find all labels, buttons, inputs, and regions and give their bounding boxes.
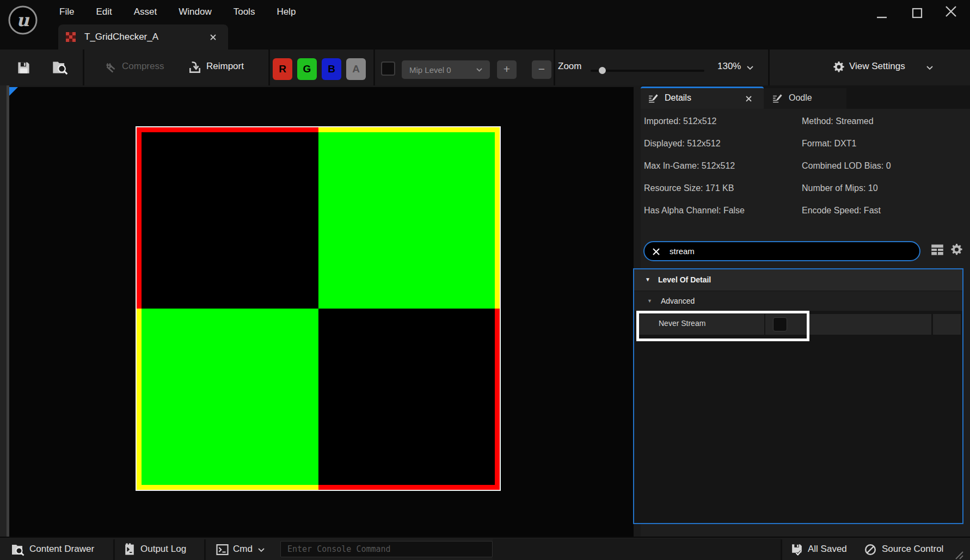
source-control-button[interactable]: Source Control — [882, 544, 943, 555]
info-format: Format: DXT1 — [802, 139, 856, 149]
info-displayed: Displayed: 512x512 — [644, 139, 721, 149]
oodle-tab-label: Oodle — [789, 93, 812, 103]
all-saved-status[interactable]: All Saved — [808, 544, 847, 555]
content-drawer-button[interactable]: Content Drawer — [29, 544, 94, 555]
checker-quadrant-bottom-right — [318, 309, 500, 490]
output-log-icon — [124, 543, 135, 556]
collapse-triangle-icon[interactable]: ▼ — [647, 298, 652, 304]
asset-tab[interactable]: T_GridChecker_A — [58, 24, 228, 50]
info-method: Method: Streamed — [802, 116, 874, 126]
menu-file[interactable]: File — [59, 5, 74, 19]
display-filter-table-icon[interactable] — [931, 244, 944, 256]
window-close-button[interactable] — [944, 4, 957, 17]
unreal-logo-icon: u — [8, 5, 38, 35]
info-encode-speed: Encode Speed: Fast — [802, 206, 881, 216]
section-level-of-detail[interactable]: ▼ Level Of Detail — [634, 269, 962, 291]
advanced-section-label: Advanced — [661, 297, 695, 305]
collapse-triangle-icon[interactable]: ▼ — [645, 276, 650, 282]
menu-edit[interactable]: Edit — [96, 5, 112, 19]
info-lod-bias: Combined LOD Bias: 0 — [802, 161, 891, 171]
reimport-button[interactable]: Reimport — [206, 61, 244, 72]
window-resize-grip[interactable] — [954, 550, 963, 559]
cmd-chevron-down-icon[interactable] — [258, 548, 265, 552]
cmd-terminal-icon — [216, 544, 229, 555]
svg-text:u: u — [16, 10, 29, 30]
status-bar: Content Drawer Output Log Cmd — [0, 537, 970, 560]
all-saved-icon — [790, 543, 804, 556]
texture-editor-toolbar: Compress Reimport R G B A Mip Level 0 + … — [0, 50, 970, 85]
toolbar-separator — [373, 50, 375, 85]
status-separator — [781, 539, 782, 560]
browse-to-asset-button[interactable] — [52, 60, 68, 75]
menu-asset[interactable]: Asset — [134, 5, 157, 19]
save-button[interactable] — [16, 60, 31, 75]
zoom-slider-knob[interactable] — [599, 67, 606, 74]
view-settings-chevron-down-icon[interactable] — [926, 66, 933, 70]
menu-bar: File Edit Asset Window Tools Help — [59, 5, 296, 19]
view-settings-button[interactable]: View Settings — [849, 61, 905, 72]
zoom-chevron-down-icon[interactable] — [747, 66, 753, 70]
info-max-in-game: Max In-Game: 512x512 — [644, 161, 735, 171]
texture-asset-icon — [66, 32, 76, 42]
mip-level-checkbox[interactable] — [381, 61, 395, 76]
channel-blue-button[interactable]: B — [322, 58, 341, 80]
menu-help[interactable]: Help — [277, 5, 296, 19]
content-drawer-icon — [11, 543, 25, 556]
clear-search-icon[interactable] — [652, 248, 660, 256]
menu-tools[interactable]: Tools — [234, 5, 255, 19]
channel-green-button[interactable]: G — [297, 58, 317, 80]
details-search-box[interactable] — [643, 241, 920, 261]
chevron-down-icon — [476, 68, 482, 72]
menu-window[interactable]: Window — [179, 5, 211, 19]
checker-quadrant-bottom-left — [137, 309, 318, 490]
row-divider — [931, 314, 933, 335]
checker-quadrant-top-right — [318, 127, 500, 309]
view-settings-gear-icon — [832, 60, 845, 73]
toolbar-separator — [268, 50, 270, 85]
info-resource-size: Resource Size: 171 KB — [644, 183, 734, 193]
status-separator — [204, 539, 206, 560]
details-settings-gear-icon[interactable] — [950, 243, 963, 256]
zoom-slider-track[interactable] — [591, 70, 704, 72]
search-input[interactable] — [670, 243, 909, 259]
info-num-mips: Number of Mips: 10 — [802, 183, 878, 193]
section-advanced[interactable]: ▼ Advanced — [634, 291, 962, 311]
oodle-tab-icon — [772, 94, 782, 103]
output-log-button[interactable]: Output Log — [140, 544, 186, 555]
toolbar-separator — [554, 50, 555, 85]
tab-details[interactable]: Details — [641, 87, 764, 109]
info-imported: Imported: 512x512 — [644, 116, 716, 126]
mip-minus-button[interactable]: − — [532, 60, 551, 79]
info-has-alpha: Has Alpha Channel: False — [644, 206, 745, 216]
details-tab-close-icon[interactable] — [745, 95, 752, 102]
zoom-label: Zoom — [558, 61, 581, 72]
asset-tab-close-icon[interactable] — [210, 34, 217, 41]
window-maximize-button[interactable] — [911, 5, 924, 19]
toolbar-separator — [83, 50, 84, 85]
status-separator — [113, 539, 115, 560]
details-tab-icon — [648, 94, 658, 103]
window-minimize-button[interactable] — [875, 10, 888, 23]
lod-section-label: Level Of Detail — [658, 275, 711, 284]
console-command-input[interactable] — [280, 541, 493, 557]
tab-oodle[interactable]: Oodle — [764, 88, 846, 109]
reimport-icon — [188, 60, 202, 75]
details-tab-label: Details — [665, 93, 691, 103]
channel-alpha-button[interactable]: A — [346, 58, 366, 80]
unreal-texture-editor-window: u File Edit Asset Window Tools Help — [0, 0, 970, 560]
asset-tab-title: T_GridChecker_A — [84, 32, 158, 42]
toolbar-separator — [768, 50, 770, 85]
channel-red-button[interactable]: R — [273, 58, 292, 80]
mip-plus-button[interactable]: + — [497, 60, 517, 79]
zoom-value[interactable]: 130% — [717, 61, 741, 72]
viewport-focus-corner-marker — [9, 87, 18, 96]
mip-level-dropdown-label: Mip Level 0 — [409, 65, 471, 75]
properties-panel: ▼ Level Of Detail ▼ Advanced Never Strea… — [633, 268, 963, 524]
status-bar-spacer — [493, 539, 781, 560]
cmd-button[interactable]: Cmd — [233, 544, 253, 555]
compress-icon — [103, 61, 118, 75]
texture-preview-viewport[interactable] — [9, 87, 634, 537]
source-control-icon — [864, 544, 876, 556]
compress-button: Compress — [122, 61, 164, 72]
mip-level-dropdown[interactable]: Mip Level 0 — [402, 60, 490, 79]
